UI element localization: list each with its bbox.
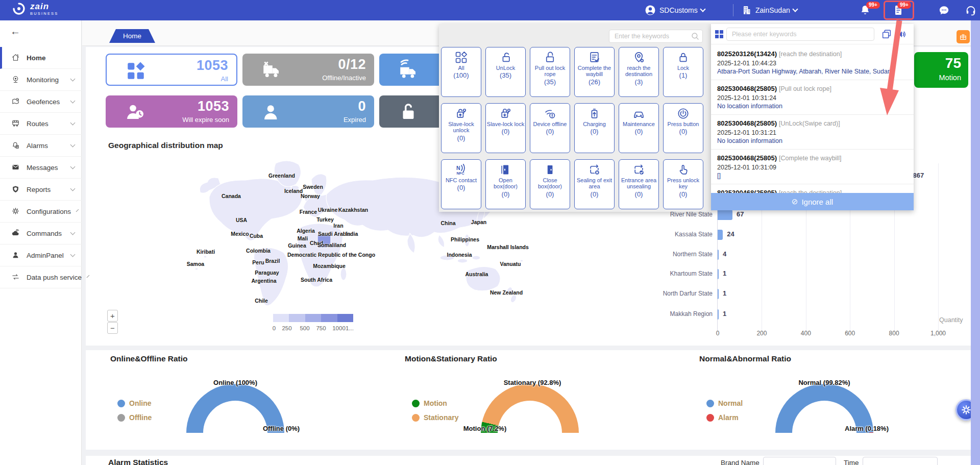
alarm-type-entrance-area-unsealing[interactable]: Entrance area unsealing(0) <box>619 159 659 209</box>
alarm-type-close-box-door[interactable]: Close box(door)(0) <box>530 159 570 209</box>
notification-item[interactable]: 8025300468(25805)[Complete the waybill]2… <box>711 150 914 184</box>
legend-item[interactable]: Normal <box>706 399 743 407</box>
gift-icon <box>959 33 967 41</box>
chat-icon <box>938 5 950 16</box>
alarm-type-sealing-of-exit-area[interactable]: Sealing of exit area(0) <box>574 159 615 209</box>
alarm-type-pull-out-lock-rope[interactable]: Pull out lock rope(35) <box>530 47 570 97</box>
alarm-type-all[interactable]: All(100) <box>441 47 481 97</box>
sidebar-item-configurations[interactable]: Configurations <box>0 201 82 223</box>
legend-tick: 1... <box>338 325 361 331</box>
sidebar-item-alarms[interactable]: Alarms <box>0 135 82 157</box>
legend-item[interactable]: Motion <box>412 399 447 407</box>
bar[interactable] <box>718 289 719 299</box>
timestamp: 2025-12-01 10:44:23 <box>717 60 908 67</box>
sidebar-item-adminpanel[interactable]: AdminPanel <box>0 244 82 266</box>
alarm-type-slave-lock-unlock[interactable]: Slave-lock unlock(0) <box>441 103 481 153</box>
user-icon <box>644 4 656 16</box>
chat-button[interactable] <box>938 5 950 18</box>
notification-search-input[interactable] <box>726 28 874 41</box>
alarm-type-press-unlock-key[interactable]: Press unlock key(0) <box>663 159 703 209</box>
alarm-type-count: (0) <box>530 128 570 135</box>
chevron-down-icon <box>70 120 76 126</box>
bar[interactable] <box>718 309 719 320</box>
time-filter-select[interactable] <box>863 457 938 465</box>
notification-item[interactable]: 8025300468(25805)[Pull out lock rope]202… <box>711 80 914 115</box>
alarm-type-charging[interactable]: Charging(0) <box>574 103 615 153</box>
sidebar-item-home[interactable]: Home <box>0 47 82 69</box>
stat-card-expired[interactable]: 0 Expired <box>242 95 374 128</box>
bar[interactable] <box>718 230 723 240</box>
ignore-all-label: Ignore all <box>801 198 833 206</box>
legend-item[interactable]: Online <box>117 399 152 407</box>
x-tick: 800 <box>881 330 907 337</box>
time-filter-label: Time <box>844 459 859 465</box>
alarm-type-maintenance[interactable]: Maintenance(0) <box>619 103 659 153</box>
grid-view-icon[interactable] <box>715 30 723 38</box>
sidebar-item-commands[interactable]: Commands <box>0 223 82 244</box>
alarm-type-nfc-contact[interactable]: NNFCNFC contact(0) <box>441 159 481 209</box>
ignore-all-button[interactable]: ⊘Ignore all <box>711 193 914 210</box>
notification-panel: 8025203126(13424)[reach the destination]… <box>711 24 914 210</box>
support-button[interactable] <box>965 4 977 18</box>
sidebar-item-reports[interactable]: Reports <box>0 179 82 201</box>
chevron-down-icon <box>70 252 76 257</box>
chevron-down-icon <box>70 142 76 148</box>
alarm-type-count: (3) <box>619 78 658 86</box>
notification-item[interactable]: 8025203126(13424)[reach the destination]… <box>711 45 914 80</box>
alarm-type-device-offline[interactable]: Device offline(0) <box>530 103 570 153</box>
stat-card-all[interactable]: 1053 All <box>106 54 237 86</box>
speaker-icon[interactable] <box>896 29 908 40</box>
map-zoom-out-button[interactable]: − <box>107 322 118 334</box>
collapse-sidebar-button[interactable]: ← <box>10 26 20 37</box>
alarm-type-slave-lock-lock[interactable]: Slave-lock lock(0) <box>485 103 526 153</box>
alarm-type-lock[interactable]: Lock(1) <box>663 47 703 97</box>
alarm-statistics-title: Alarm Statistics <box>108 458 168 465</box>
user-menu[interactable]: SDCustoms <box>644 0 705 20</box>
alarm-type-count: (0) <box>442 184 481 191</box>
x-tick: 1,000 <box>925 330 951 337</box>
alarm-type-count: (0) <box>530 190 570 198</box>
alarm-type-unlock[interactable]: UnLock(35) <box>485 47 526 97</box>
legend-label: Stationary <box>424 413 458 422</box>
alarm-type-count: (1) <box>664 71 703 79</box>
stat-card-expire-soon[interactable]: 1053 Will expire soon <box>106 95 237 128</box>
stat-card-motion[interactable]: 75 Motion <box>914 52 968 88</box>
sidebar-item-messages[interactable]: Messages <box>0 157 82 179</box>
search-icon[interactable] <box>691 32 700 41</box>
legend-item[interactable]: Alarm <box>706 413 739 422</box>
alarm-type-open-box-door[interactable]: Open box(door)(0) <box>485 159 526 209</box>
tab-home[interactable]: Home <box>109 29 155 43</box>
gridline <box>938 163 939 331</box>
sidebar-item-monitoring[interactable]: Monitoring <box>0 69 82 91</box>
map-zoom-in-button[interactable]: + <box>107 310 118 322</box>
alarm-statistics-card: Alarm Statistics Brand Name Time <box>86 456 971 465</box>
alarm-type-reach-the-destination[interactable]: reach the destination(3) <box>619 47 659 97</box>
alarm-type-complete-the-waybill[interactable]: Complete the waybill(26) <box>574 47 615 97</box>
legend-item[interactable]: Stationary <box>412 413 458 422</box>
bar[interactable] <box>718 210 732 220</box>
gauge-title: Motion&Stationary Ratio <box>405 354 497 363</box>
legend-item[interactable]: Offline <box>117 413 152 422</box>
alarm-tag: [reach the destination] <box>779 51 842 58</box>
stat-card-offline[interactable]: 0/12 Offline/Inactive <box>242 54 374 86</box>
sidebar-item-routes[interactable]: Routes <box>0 113 82 135</box>
promo-gift-button[interactable] <box>957 30 970 43</box>
alarm-type-label: Charging <box>575 121 614 127</box>
sidebar-item-data-push-service[interactable]: Data push service <box>0 266 82 288</box>
bar[interactable] <box>718 250 719 260</box>
page-scrollbar[interactable] <box>971 20 980 465</box>
brand-filter-select[interactable] <box>763 457 836 465</box>
open-windows-icon[interactable] <box>881 29 892 40</box>
sidebar-item-geofences[interactable]: Geofences <box>0 91 82 113</box>
bar[interactable] <box>718 269 719 279</box>
x-tick: 600 <box>837 330 863 337</box>
org-menu[interactable]: ZainSudan <box>741 0 797 20</box>
stat-label: All <box>221 75 228 83</box>
location-text: No location information <box>717 137 908 144</box>
stat-value: 0 <box>358 99 366 114</box>
notification-item[interactable]: 8025300468(25805)[UnLock(Swipe card)]202… <box>711 115 914 150</box>
sudan-highlight[interactable] <box>317 234 331 248</box>
alarm-type-press-button[interactable]: Press button(0) <box>663 103 703 153</box>
alarm-type-search-input[interactable] <box>609 30 703 43</box>
gauge-normal-abnormal-ratio: Normal&Abnormal RatioNormalAlarmNormal (… <box>675 350 969 450</box>
